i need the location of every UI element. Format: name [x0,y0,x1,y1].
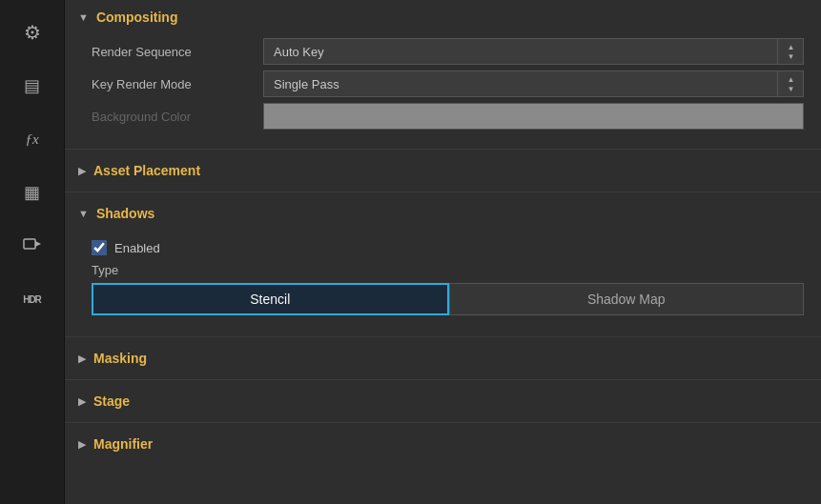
sidebar-item-hdr[interactable]: HDR [8,274,57,324]
render-sequence-select[interactable]: Auto Key Manual Sequential [263,38,804,65]
key-render-mode-row: Key Render Mode Single Pass Multi Pass ▲… [92,71,804,97]
main-content: ▼ Compositing Render Sequence Auto Key M… [65,0,821,504]
compositing-chevron-icon: ▼ [78,11,89,23]
divider-1 [65,149,821,150]
key-render-mode-dropdown-wrapper: Single Pass Multi Pass ▲ ▼ [263,71,804,97]
asset-placement-section-header[interactable]: ▶ Asset Placement [65,153,821,188]
magnifier-section-title: Magnifier [93,436,153,452]
shadows-type-label: Type [92,259,804,283]
asset-placement-section-title: Asset Placement [93,163,200,178]
sidebar-item-layout[interactable]: ▦ [8,168,57,217]
layout-icon: ▦ [24,182,40,203]
divider-3 [65,336,821,337]
sidebar-item-layers[interactable]: ▤ [8,61,57,111]
stage-chevron-icon: ▶ [78,395,86,408]
stage-section-title: Stage [93,393,130,409]
compositing-properties: Render Sequence Auto Key Manual Sequenti… [65,34,821,145]
gear-icon: ⚙ [24,21,41,44]
masking-section-title: Masking [93,351,147,366]
render-sequence-row: Render Sequence Auto Key Manual Sequenti… [92,38,804,65]
background-color-control [263,103,804,130]
compositing-section-header[interactable]: ▼ Compositing [65,0,821,34]
masking-chevron-icon: ▶ [78,353,86,365]
divider-4 [65,379,821,380]
layers-icon: ▤ [24,75,40,96]
background-color-swatch[interactable] [263,103,804,130]
background-color-row: Background Color [92,103,804,130]
key-render-mode-select[interactable]: Single Pass Multi Pass [263,71,804,97]
magnifier-section-header[interactable]: ▶ Magnifier [65,427,821,461]
shadows-enabled-row: Enabled [92,234,804,259]
render-sequence-dropdown-wrapper: Auto Key Manual Sequential ▲ ▼ [263,38,804,65]
sidebar-item-effects[interactable]: ƒx [8,114,57,164]
masking-section-header[interactable]: ▶ Masking [65,341,821,375]
stencil-button[interactable]: Stencil [92,283,449,315]
render-sequence-control: Auto Key Manual Sequential ▲ ▼ [263,38,804,65]
key-render-mode-label: Key Render Mode [92,77,263,91]
shadow-map-button[interactable]: Shadow Map [449,283,805,315]
svg-rect-0 [24,239,35,249]
shadows-enabled-label: Enabled [114,241,160,255]
stage-section-header[interactable]: ▶ Stage [65,384,821,418]
shadows-enabled-checkbox[interactable] [92,240,107,255]
sidebar: ⚙ ▤ ƒx ▦ HDR [0,0,65,504]
background-color-label: Background Color [92,110,263,124]
sidebar-item-target[interactable] [8,221,57,271]
divider-2 [65,192,821,192]
compositing-section-title: Compositing [96,10,178,25]
shadow-type-button-group: Stencil Shadow Map [92,283,804,315]
divider-5 [65,422,821,423]
svg-marker-1 [35,241,41,247]
shadows-section-header[interactable]: ▼ Shadows [65,196,821,231]
magnifier-chevron-icon: ▶ [78,438,86,451]
key-render-mode-control: Single Pass Multi Pass ▲ ▼ [263,71,804,97]
shadows-properties: Enabled Type Stencil Shadow Map [65,231,821,333]
render-sequence-label: Render Sequence [92,45,263,59]
sidebar-item-settings[interactable]: ⚙ [8,8,57,57]
hdr-icon: HDR [23,294,41,305]
asset-placement-chevron-icon: ▶ [78,165,86,177]
effects-icon: ƒx [25,131,38,148]
target-icon [21,232,44,260]
shadows-section-title: Shadows [96,206,154,221]
shadows-chevron-icon: ▼ [78,208,89,219]
